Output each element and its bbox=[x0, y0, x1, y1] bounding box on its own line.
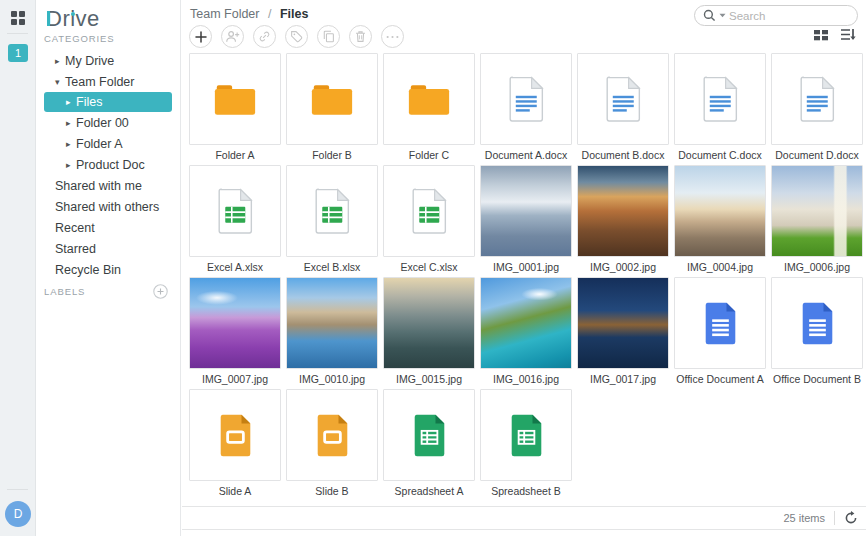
gslide-icon bbox=[314, 413, 351, 458]
grid-cell: Folder A bbox=[189, 53, 281, 165]
file-card-slide-a[interactable] bbox=[189, 389, 281, 481]
delete-button[interactable] bbox=[349, 25, 372, 48]
file-card-folder-c[interactable] bbox=[383, 53, 475, 145]
chevron-right-icon: ▸ bbox=[66, 118, 76, 128]
copy-icon bbox=[322, 30, 335, 43]
search-scope-caret-icon[interactable] bbox=[719, 13, 726, 18]
chevron-right-icon: ▸ bbox=[66, 97, 76, 107]
file-label: IMG_0010.jpg bbox=[286, 369, 378, 389]
sidebar-item-files[interactable]: ▸Files bbox=[44, 92, 172, 112]
labels-heading: LABELS bbox=[44, 286, 85, 297]
file-card-excel-b-xlsx[interactable] bbox=[286, 165, 378, 257]
xls-icon bbox=[312, 187, 353, 236]
sidebar-item-recycle-bin[interactable]: Recycle Bin bbox=[36, 259, 181, 280]
ellipsis-icon bbox=[386, 35, 399, 39]
logo-accent-dot bbox=[71, 12, 75, 16]
label-tag-button[interactable] bbox=[285, 25, 308, 48]
copy-button[interactable] bbox=[317, 25, 340, 48]
file-label: Slide A bbox=[189, 481, 281, 501]
breadcrumb-current: Files bbox=[280, 7, 309, 21]
sidebar-item-team-folder[interactable]: ▾Team Folder bbox=[36, 71, 181, 92]
file-card-img-0017-jpg[interactable] bbox=[577, 277, 669, 369]
file-card-document-d-docx[interactable] bbox=[771, 53, 863, 145]
file-label: Spreadsheet B bbox=[480, 481, 572, 501]
status-bar: 25 items bbox=[182, 506, 866, 530]
file-card-spreadsheet-b[interactable] bbox=[480, 389, 572, 481]
add-button[interactable] bbox=[189, 25, 212, 48]
file-label: Excel C.xlsx bbox=[383, 257, 475, 277]
file-card-img-0007-jpg[interactable] bbox=[189, 277, 281, 369]
share-user-button[interactable] bbox=[221, 25, 244, 48]
grid-cell: Folder C bbox=[383, 53, 475, 165]
file-card-document-a-docx[interactable] bbox=[480, 53, 572, 145]
grid-view-icon[interactable] bbox=[814, 29, 828, 41]
search-icon[interactable] bbox=[703, 9, 716, 22]
sidebar-item-folder-a[interactable]: ▸Folder A bbox=[36, 133, 181, 154]
file-label: IMG_0004.jpg bbox=[674, 257, 766, 277]
sidebar-item-label: Recent bbox=[55, 221, 95, 235]
sidebar-item-recent[interactable]: Recent bbox=[36, 217, 181, 238]
file-card-excel-a-xlsx[interactable] bbox=[189, 165, 281, 257]
folder-icon bbox=[212, 80, 258, 119]
grid-cell: Office Document B bbox=[771, 277, 863, 389]
sidebar-nav: ▸My Drive▾Team Folder▸Files▸Folder 00▸Fo… bbox=[36, 50, 181, 280]
share-link-button[interactable] bbox=[253, 25, 276, 48]
file-card-folder-b[interactable] bbox=[286, 53, 378, 145]
footer-divider bbox=[834, 511, 835, 525]
rail-divider bbox=[7, 489, 28, 490]
gdoc-icon bbox=[702, 301, 739, 346]
main-panel: Team Folder / Files Folder AFolder BFold… bbox=[182, 0, 866, 536]
app-rail: 1 D bbox=[0, 0, 36, 536]
file-card-office-document-b[interactable] bbox=[771, 277, 863, 369]
user-avatar[interactable]: D bbox=[5, 501, 31, 527]
gsheet-icon bbox=[508, 413, 545, 458]
file-card-excel-c-xlsx[interactable] bbox=[383, 165, 475, 257]
file-card-office-document-a[interactable] bbox=[674, 277, 766, 369]
photo-thumbnail-mountain-lake-dock bbox=[384, 278, 474, 368]
file-card-img-0015-jpg[interactable] bbox=[383, 277, 475, 369]
sidebar-item-shared-with-me[interactable]: Shared with me bbox=[36, 175, 181, 196]
sidebar-item-label: Recycle Bin bbox=[55, 263, 121, 277]
doc-icon bbox=[700, 75, 741, 124]
apps-grid-icon[interactable] bbox=[9, 9, 27, 27]
search-input[interactable] bbox=[729, 10, 849, 22]
file-card-spreadsheet-a[interactable] bbox=[383, 389, 475, 481]
doc-icon bbox=[603, 75, 644, 124]
sidebar-item-my-drive[interactable]: ▸My Drive bbox=[36, 50, 181, 71]
file-card-slide-b[interactable] bbox=[286, 389, 378, 481]
grid-cell: Excel C.xlsx bbox=[383, 165, 475, 277]
chevron-right-icon: ▸ bbox=[55, 56, 65, 66]
view-controls bbox=[814, 28, 856, 41]
more-button[interactable] bbox=[381, 25, 404, 48]
file-card-img-0006-jpg[interactable] bbox=[771, 165, 863, 257]
file-label: Excel B.xlsx bbox=[286, 257, 378, 277]
notification-badge[interactable]: 1 bbox=[8, 44, 28, 62]
sort-icon[interactable] bbox=[841, 28, 856, 41]
file-card-img-0002-jpg[interactable] bbox=[577, 165, 669, 257]
breadcrumb-parent[interactable]: Team Folder bbox=[190, 7, 259, 21]
file-card-folder-a[interactable] bbox=[189, 53, 281, 145]
grid-cell: Document C.docx bbox=[674, 53, 766, 165]
sidebar-item-folder-00[interactable]: ▸Folder 00 bbox=[36, 112, 181, 133]
add-label-icon[interactable] bbox=[153, 284, 168, 299]
file-label: IMG_0002.jpg bbox=[577, 257, 669, 277]
file-card-img-0010-jpg[interactable] bbox=[286, 277, 378, 369]
file-grid: Folder AFolder BFolder CDocument A.docxD… bbox=[189, 53, 863, 501]
file-card-document-c-docx[interactable] bbox=[674, 53, 766, 145]
tag-icon bbox=[290, 30, 303, 43]
grid-cell: Spreadsheet A bbox=[383, 389, 475, 501]
refresh-icon[interactable] bbox=[844, 511, 858, 525]
file-label: IMG_0001.jpg bbox=[480, 257, 572, 277]
grid-cell: IMG_0006.jpg bbox=[771, 165, 863, 277]
grid-cell: IMG_0002.jpg bbox=[577, 165, 669, 277]
file-card-img-0001-jpg[interactable] bbox=[480, 165, 572, 257]
toolbar bbox=[189, 25, 404, 48]
sidebar-item-shared-with-others[interactable]: Shared with others bbox=[36, 196, 181, 217]
folder-icon bbox=[309, 80, 355, 119]
file-card-img-0016-jpg[interactable] bbox=[480, 277, 572, 369]
sidebar-item-starred[interactable]: Starred bbox=[36, 238, 181, 259]
sidebar-item-product-doc[interactable]: ▸Product Doc bbox=[36, 154, 181, 175]
file-card-document-b-docx[interactable] bbox=[577, 53, 669, 145]
doc-icon bbox=[506, 75, 547, 124]
file-card-img-0004-jpg[interactable] bbox=[674, 165, 766, 257]
